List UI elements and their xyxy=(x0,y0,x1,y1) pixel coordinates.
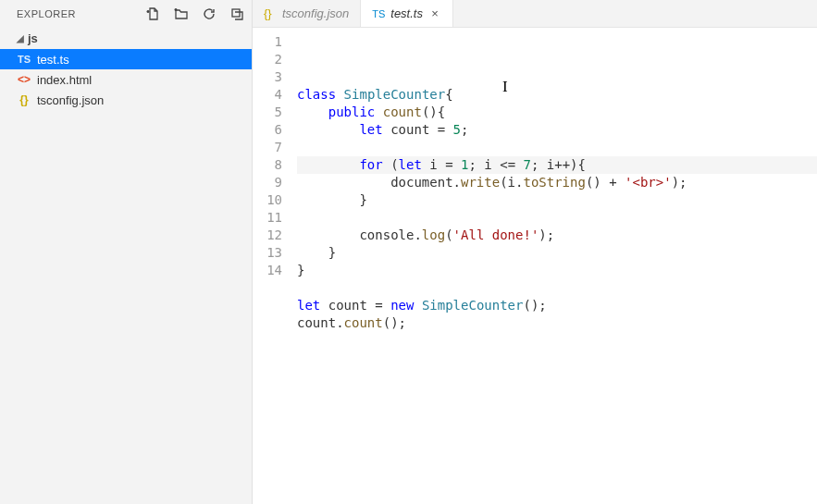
line-number: 14 xyxy=(253,262,282,279)
folder-root[interactable]: ◢ js xyxy=(0,28,252,49)
code-lines[interactable]: I class SimpleCounter{ public count(){ l… xyxy=(297,33,817,504)
ts-file-icon: TS xyxy=(372,8,385,19)
code-line[interactable]: count.count(); xyxy=(297,314,817,332)
code-line[interactable]: console.log('All done!'); xyxy=(297,227,817,244)
code-line[interactable]: document.write(i.toString() + '<br>'); xyxy=(297,174,817,191)
code-line[interactable] xyxy=(297,279,817,297)
collapse-all-icon[interactable] xyxy=(229,6,244,21)
code-line[interactable] xyxy=(297,139,817,156)
line-number: 12 xyxy=(253,227,282,244)
html-file-icon: <> xyxy=(17,73,31,86)
file-name: tsconfig.json xyxy=(37,93,104,107)
line-number: 1 xyxy=(253,33,282,51)
chevron-down-icon: ◢ xyxy=(17,33,24,43)
refresh-icon[interactable] xyxy=(202,6,217,21)
tab-tsconfig-json[interactable]: {}tsconfig.json xyxy=(253,0,361,27)
code-line[interactable]: } xyxy=(297,262,817,279)
code-line[interactable]: } xyxy=(297,244,817,262)
tab-label: tsconfig.json xyxy=(282,6,349,20)
line-number: 11 xyxy=(253,209,282,227)
line-number: 2 xyxy=(253,51,282,68)
tab-label: test.ts xyxy=(390,6,423,20)
line-number: 6 xyxy=(253,121,282,139)
new-file-icon[interactable] xyxy=(146,6,161,21)
explorer-actions xyxy=(146,6,244,21)
file-row-index-html[interactable]: <>index.html xyxy=(0,69,252,90)
explorer-title: EXPLORER xyxy=(17,8,76,19)
code-line[interactable]: } xyxy=(297,191,817,209)
file-name: index.html xyxy=(37,73,92,87)
line-number: 7 xyxy=(253,139,282,156)
svg-rect-0 xyxy=(232,9,240,17)
code-line[interactable] xyxy=(297,209,817,227)
code-line[interactable]: class SimpleCounter{ xyxy=(297,86,817,104)
json-file-icon: {} xyxy=(17,93,31,106)
line-number: 3 xyxy=(253,68,282,86)
explorer-sidebar: EXPLORER ◢ js TStest.ts<>index.html{}tsc… xyxy=(0,0,253,504)
ts-file-icon: TS xyxy=(17,54,31,65)
tab-bar: {}tsconfig.jsonTStest.ts× xyxy=(253,0,817,28)
close-icon[interactable]: × xyxy=(428,7,441,20)
line-number: 10 xyxy=(253,191,282,209)
line-number: 13 xyxy=(253,244,282,262)
folder-name: js xyxy=(28,31,38,45)
new-folder-icon[interactable] xyxy=(174,6,189,21)
json-file-icon: {} xyxy=(264,6,277,20)
code-line[interactable]: public count(){ xyxy=(297,104,817,121)
file-row-tsconfig-json[interactable]: {}tsconfig.json xyxy=(0,90,252,110)
file-name: test.ts xyxy=(37,53,69,67)
line-number: 5 xyxy=(253,104,282,121)
file-row-test-ts[interactable]: TStest.ts xyxy=(0,49,252,69)
line-number: 8 xyxy=(253,156,282,174)
editor-area: {}tsconfig.jsonTStest.ts× 12345678910111… xyxy=(253,0,817,504)
tab-test-ts[interactable]: TStest.ts× xyxy=(361,0,453,27)
text-cursor-icon: I xyxy=(502,78,508,95)
file-list: TStest.ts<>index.html{}tsconfig.json xyxy=(0,49,252,110)
code-line[interactable]: let count = 5; xyxy=(297,121,817,139)
code-editor[interactable]: 1234567891011121314 I class SimpleCounte… xyxy=(253,28,817,504)
line-number: 9 xyxy=(253,174,282,191)
explorer-header: EXPLORER xyxy=(0,0,252,28)
line-gutter: 1234567891011121314 xyxy=(253,33,297,504)
line-number: 4 xyxy=(253,86,282,104)
code-line[interactable]: for (let i = 1; i <= 7; i++){ xyxy=(297,156,817,174)
code-line[interactable]: let count = new SimpleCounter(); xyxy=(297,297,817,314)
